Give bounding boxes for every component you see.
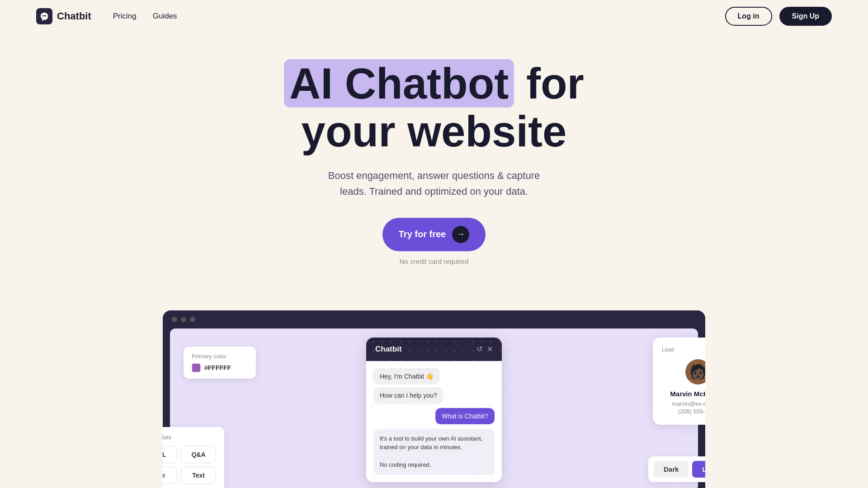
source-btn-file[interactable]: File — [163, 467, 177, 484]
browser-bar — [163, 310, 705, 328]
nav-left: Chatbit Pricing Guides — [36, 8, 177, 24]
nav-links: Pricing Guides — [113, 12, 177, 21]
browser-dot-1 — [172, 317, 177, 322]
hero-subtitle: Boost engagement, answer questions & cap… — [321, 168, 547, 199]
hero-section: AI Chatbot for your website Boost engage… — [0, 33, 868, 274]
chat-response-2: No coding required. — [380, 461, 431, 468]
dark-theme-button[interactable]: Dark — [654, 461, 689, 478]
arrow-icon: → — [452, 226, 469, 243]
primary-color-card: Primary color #FFFFFF — [184, 347, 256, 379]
source-data-label: Source data — [163, 434, 216, 441]
color-swatch — [192, 363, 201, 372]
lead-phone: (208) 555-0112 — [662, 408, 705, 415]
dark-light-card: Dark Light — [648, 456, 705, 482]
chat-msg-response: It's a tool to build your own AI assista… — [373, 429, 495, 475]
lead-email: marvin@ex-dot.com — [662, 400, 705, 407]
nav-right: Log in Sign Up — [725, 7, 832, 26]
svg-point-2 — [44, 15, 45, 17]
no-credit-label: No credit card required — [9, 258, 859, 265]
chat-msg-greeting: Hey, I'm Chatbit 👋 — [373, 368, 440, 385]
lead-card: Lead 🧑🏿 Marvin McKinney marvin@ex-dot.co… — [653, 338, 705, 425]
try-free-label: Try for free — [399, 229, 446, 239]
primary-color-label: Primary color — [192, 353, 248, 360]
source-data-card: Source data URL Q&A File Text — [163, 427, 224, 488]
browser-dot-3 — [190, 317, 195, 322]
navbar: Chatbit Pricing Guides Log in Sign Up — [0, 0, 868, 33]
source-btn-text[interactable]: Text — [181, 467, 216, 484]
try-free-button[interactable]: Try for free → — [382, 218, 486, 251]
chat-msg-user: What is Chatbit? — [435, 408, 495, 424]
logo-icon — [36, 8, 52, 24]
chat-widget: Chatbit ↺ ✕ Hey, I'm Chatbit 👋 How can I… — [366, 338, 502, 482]
color-hex: #FFFFFF — [204, 364, 231, 371]
svg-point-1 — [42, 15, 44, 17]
svg-point-3 — [45, 15, 47, 17]
close-icon[interactable]: ✕ — [487, 345, 493, 353]
chat-msg-help: How can I help you? — [373, 387, 443, 404]
primary-color-value: #FFFFFF — [192, 363, 248, 372]
source-btn-url[interactable]: URL — [163, 446, 177, 463]
logo[interactable]: Chatbit — [36, 8, 91, 24]
source-data-grid: URL Q&A File Text — [163, 446, 216, 484]
chat-body: Hey, I'm Chatbit 👋 How can I help you? W… — [366, 361, 502, 482]
signup-button[interactable]: Sign Up — [779, 7, 832, 26]
browser-window: Primary color #FFFFFF Chatbit ↺ ✕ — [163, 310, 705, 488]
nav-guides[interactable]: Guides — [153, 12, 177, 20]
hero-title: AI Chatbot for your website — [9, 60, 859, 155]
lead-label: Lead — [662, 347, 705, 353]
lead-avatar: 🧑🏿 — [685, 359, 705, 385]
source-btn-qa[interactable]: Q&A — [181, 446, 216, 463]
hero-highlight: AI Chatbot — [284, 59, 514, 108]
logo-text: Chatbit — [57, 10, 91, 22]
chat-header-icons: ↺ ✕ — [476, 345, 493, 353]
lead-name: Marvin McKinney — [662, 390, 705, 398]
refresh-icon[interactable]: ↺ — [476, 345, 482, 353]
chat-header: Chatbit ↺ ✕ — [366, 338, 502, 361]
chat-header-title: Chatbit — [375, 345, 402, 354]
light-theme-button[interactable]: Light — [692, 461, 705, 478]
browser-dot-2 — [181, 317, 186, 322]
nav-pricing[interactable]: Pricing — [113, 12, 137, 20]
chat-response-1: It's a tool to build your own AI assista… — [380, 435, 482, 451]
login-button[interactable]: Log in — [725, 7, 772, 26]
demo-section: Primary color #FFFFFF Chatbit ↺ ✕ — [163, 310, 705, 488]
browser-content: Primary color #FFFFFF Chatbit ↺ ✕ — [170, 328, 698, 488]
